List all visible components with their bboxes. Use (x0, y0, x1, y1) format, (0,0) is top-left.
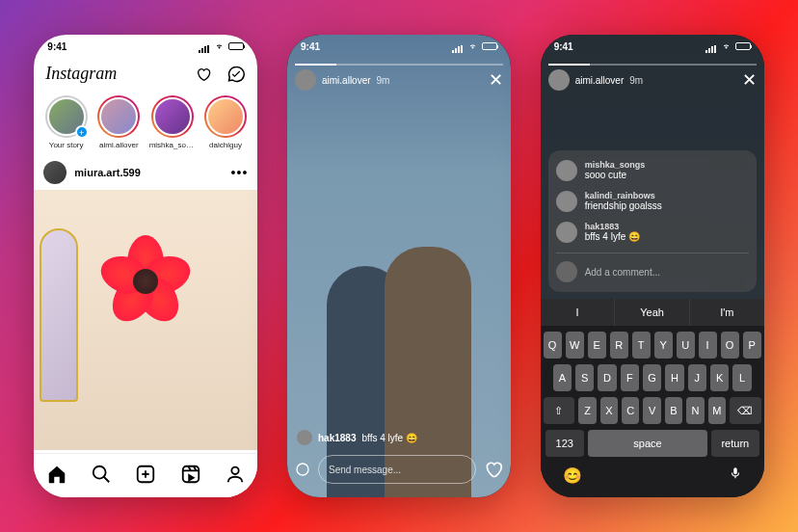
stories-row: + Your story aimi.allover mishka_songs d… (34, 90, 257, 155)
shift-key[interactable]: ⇧ (544, 397, 575, 424)
key-m[interactable]: M (708, 397, 726, 424)
comment-row: mishka_songs sooo cute (556, 160, 749, 181)
suggestion[interactable]: I'm (690, 299, 764, 326)
key-a[interactable]: A (553, 364, 572, 391)
numeric-key[interactable]: 123 (545, 430, 584, 457)
key-u[interactable]: U (677, 332, 695, 359)
return-key[interactable]: return (711, 430, 759, 457)
comment-username[interactable]: kalindi_rainbows (585, 191, 662, 200)
messenger-button[interactable] (226, 65, 246, 84)
mic-icon[interactable] (729, 466, 742, 480)
status-bar: 9:41 (34, 35, 257, 58)
status-icons (452, 42, 497, 50)
svg-point-0 (93, 466, 106, 478)
key-y[interactable]: Y (654, 332, 673, 359)
comment-row: hak1883 bffs 4 lyfe 😄 (556, 222, 749, 243)
story-label: aimi.allover (99, 141, 138, 149)
comment-username[interactable]: mishka_songs (585, 160, 646, 170)
plus-square-icon (135, 464, 156, 485)
suggestion[interactable]: Yeah (615, 299, 690, 326)
comment-avatar[interactable] (556, 160, 577, 181)
reply-input[interactable]: Send message... (318, 455, 476, 484)
story-item[interactable]: mishka_songs (149, 95, 196, 149)
like-story-button[interactable] (484, 460, 503, 479)
home-tab[interactable] (46, 464, 67, 489)
status-time: 9:41 (554, 41, 573, 52)
key-p[interactable]: P (743, 332, 761, 359)
post-image[interactable] (34, 190, 257, 450)
key-h[interactable]: H (665, 364, 683, 391)
key-t[interactable]: T (632, 332, 651, 359)
key-c[interactable]: C (622, 397, 639, 424)
key-b[interactable]: B (665, 397, 682, 424)
heart-icon (195, 66, 212, 82)
key-n[interactable]: N (686, 397, 704, 424)
signal-icon (199, 42, 210, 50)
post-more-button[interactable]: ••• (231, 165, 249, 180)
search-tab[interactable] (91, 464, 112, 489)
reels-tab[interactable] (180, 464, 201, 489)
svg-point-4 (297, 464, 308, 475)
space-key[interactable]: space (588, 430, 707, 457)
key-z[interactable]: Z (578, 397, 596, 424)
key-r[interactable]: R (610, 332, 628, 359)
story-item[interactable]: daichiguy (203, 95, 249, 149)
key-w[interactable]: W (566, 332, 584, 359)
status-bar: 9:41 (287, 35, 511, 58)
backspace-key[interactable]: ⌫ (730, 397, 761, 424)
comment-text: sooo cute (585, 170, 646, 180)
key-j[interactable]: J (688, 364, 706, 391)
post-author[interactable]: miura.art.599 (43, 161, 140, 184)
activity-button[interactable] (194, 65, 213, 84)
key-f[interactable]: F (621, 364, 639, 391)
key-o[interactable]: O (721, 332, 739, 359)
signal-icon (705, 42, 717, 50)
story-author-name[interactable]: aimi.allover (322, 75, 371, 86)
story-label: mishka_songs (149, 141, 196, 149)
suggestion[interactable]: I (541, 299, 616, 326)
emoji-key[interactable]: 😊 (563, 466, 582, 485)
close-button[interactable]: ✕ (742, 69, 757, 91)
caption-text: bffs 4 lyfe 😄 (361, 433, 416, 443)
key-k[interactable]: K (710, 364, 729, 391)
chat-icon[interactable] (295, 462, 310, 477)
wifi-icon (721, 42, 732, 50)
key-x[interactable]: X (600, 397, 618, 424)
comment-input[interactable]: Add a comment... (585, 267, 749, 278)
key-i[interactable]: I (699, 332, 717, 359)
key-s[interactable]: S (575, 364, 594, 391)
story-time-ago: 9m (629, 75, 643, 86)
status-icons (199, 42, 244, 50)
story-author-name[interactable]: aimi.allover (575, 75, 625, 86)
status-bar: 9:41 (541, 35, 764, 58)
story-item-own[interactable]: + Your story (43, 95, 89, 149)
story-item[interactable]: aimi.allover (96, 95, 142, 149)
comment-avatar[interactable] (556, 191, 577, 212)
key-v[interactable]: V (643, 397, 660, 424)
story-author-avatar[interactable] (548, 69, 570, 91)
key-e[interactable]: E (588, 332, 606, 359)
keyboard-suggestions: I Yeah I'm (541, 299, 764, 326)
profile-tab[interactable] (225, 464, 246, 489)
key-g[interactable]: G (643, 364, 661, 391)
phone-story: 9:41 aimi.allover 9m ✕ hak1883 bffs 4 ly… (287, 35, 511, 497)
story-header: aimi.allover 9m ✕ (548, 69, 757, 91)
reels-icon (180, 464, 201, 485)
key-d[interactable]: D (598, 364, 616, 391)
story-author-avatar[interactable] (295, 69, 316, 91)
add-story-icon: + (75, 125, 89, 139)
comment-username[interactable]: hak1883 (585, 222, 640, 231)
story-media[interactable] (287, 35, 511, 497)
comment-row: kalindi_rainbows friendship goalsss (556, 191, 749, 212)
comment-avatar[interactable] (556, 222, 577, 243)
key-l[interactable]: L (732, 364, 751, 391)
caption-username: hak1883 (318, 433, 356, 443)
status-time: 9:41 (47, 41, 66, 52)
phone-feed: 9:41 Instagram + Your story aimi.allover (34, 35, 257, 497)
key-q[interactable]: Q (544, 332, 562, 359)
create-tab[interactable] (135, 464, 156, 489)
flower-lamp (93, 228, 199, 334)
battery-icon (735, 42, 751, 50)
close-button[interactable]: ✕ (489, 69, 503, 91)
messenger-icon (227, 66, 245, 83)
